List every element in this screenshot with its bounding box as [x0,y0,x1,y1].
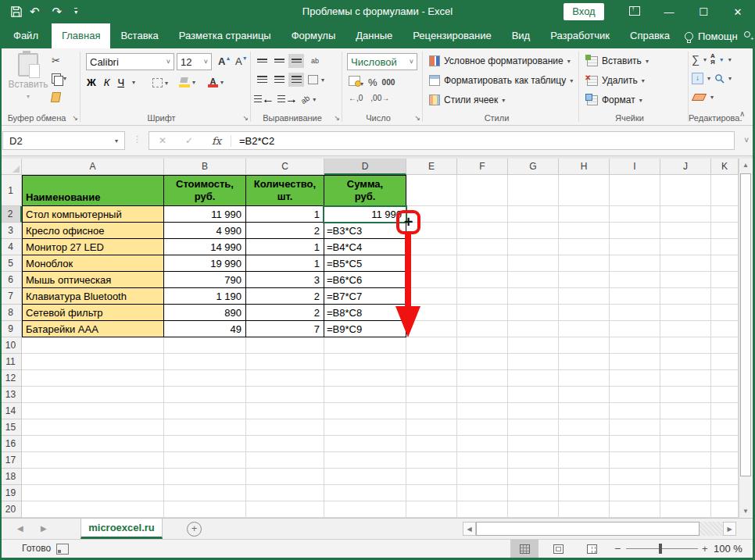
cell-J20[interactable] [660,501,711,518]
cell-C15[interactable] [246,419,324,436]
cell-D13[interactable] [324,387,406,403]
cell-E4[interactable] [406,239,457,255]
cell-I16[interactable] [610,436,660,452]
cell-B20[interactable] [164,501,246,518]
cell-E12[interactable] [406,370,457,387]
sign-in-button[interactable]: Вход [564,3,604,20]
row-header-13[interactable]: 13 [0,387,22,403]
increase-indent-icon[interactable]: → [277,92,298,106]
col-header-C[interactable]: C [246,159,324,175]
prev-sheet-icon[interactable]: ◀ [17,519,23,539]
cell-D12[interactable] [324,370,406,387]
shrink-font-button[interactable]: A▼ [235,55,248,67]
cell-F4[interactable] [457,239,508,255]
collapse-ribbon-icon[interactable]: ∧ [739,109,745,118]
decrease-indent-icon[interactable]: ← [254,92,274,106]
cell-G6[interactable] [508,272,559,288]
close-icon[interactable]: ✕ [721,6,755,18]
row-header-5[interactable]: 5 [0,255,22,272]
cell-A2[interactable]: Стол компьютерный [22,206,164,223]
cell-J13[interactable] [660,387,711,403]
cell-H16[interactable] [559,436,610,452]
cell-G12[interactable] [508,370,559,387]
cell-A4[interactable]: Монитор 27 LED [22,239,164,255]
cut-button[interactable]: ✂ [52,55,60,66]
cell-J9[interactable] [660,321,711,337]
number-format-combo[interactable]: Числовой˅ [347,53,417,70]
conditional-formatting-button[interactable]: Условное форматирование▾ [429,55,571,66]
increase-decimal-icon[interactable]: ←,0 [349,94,363,102]
minimize-icon[interactable]: — [652,6,686,18]
cell-E1[interactable] [406,175,457,206]
cell-I2[interactable] [610,206,660,223]
cell-I11[interactable] [610,354,660,370]
cell-G20[interactable] [508,501,559,518]
col-header-J[interactable]: J [660,159,711,175]
cell-K2[interactable] [711,206,739,223]
col-header-B[interactable]: B [164,159,246,175]
align-left-icon[interactable] [254,73,270,87]
cell-D19[interactable] [324,485,406,501]
cell-I8[interactable] [610,305,660,321]
cell-J15[interactable] [660,419,711,436]
cell-C5[interactable]: 1 [246,255,324,272]
sheet-tab[interactable]: microexcel.ru [81,519,163,539]
cell-D16[interactable] [324,436,406,452]
col-header-D[interactable]: D [324,159,406,175]
cell-F11[interactable] [457,354,508,370]
col-header-H[interactable]: H [559,159,610,175]
cell-H1[interactable] [559,175,610,206]
page-break-view-button[interactable] [578,540,606,558]
cell-D17[interactable] [324,452,406,469]
cell-J11[interactable] [660,354,711,370]
cell-H13[interactable] [559,387,610,403]
cell-G5[interactable] [508,255,559,272]
sort-filter-icon[interactable]: АЯ [710,53,715,66]
decrease-decimal-icon[interactable]: ,00→ [370,94,389,102]
cell-B16[interactable] [164,436,246,452]
row-header-1[interactable]: 1 [0,175,22,206]
cell-F1[interactable] [457,175,508,206]
tab-help[interactable]: Справка [620,23,680,48]
cell-J12[interactable] [660,370,711,387]
cell-A7[interactable]: Клавиатура Bluetooth [22,288,164,305]
row-header-6[interactable]: 6 [0,272,22,288]
cell-H4[interactable] [559,239,610,255]
cell-C9[interactable]: 7 [246,321,324,337]
cell-C3[interactable]: 2 [246,223,324,239]
grow-font-button[interactable]: A▲ [218,55,231,67]
cell-G7[interactable] [508,288,559,305]
row-header-16[interactable]: 16 [0,436,22,452]
cell-J10[interactable] [660,337,711,354]
cell-H15[interactable] [559,419,610,436]
cell-G2[interactable] [508,206,559,223]
name-box-dropdown-icon[interactable]: ▾ [115,137,118,144]
insert-cells-button[interactable]: Вставить▾ [587,55,649,66]
cell-H20[interactable] [559,501,610,518]
cell-C2[interactable]: 1 [246,206,324,223]
cell-E11[interactable] [406,354,457,370]
cell-B8[interactable]: 890 [164,305,246,321]
add-sheet-icon[interactable]: + [187,522,202,537]
delete-cells-button[interactable]: Удалить▾ [587,75,645,86]
cell-F7[interactable] [457,288,508,305]
cell-F14[interactable] [457,403,508,419]
row-header-14[interactable]: 14 [0,403,22,419]
cell-K7[interactable] [711,288,739,305]
align-top-icon[interactable] [254,54,270,68]
row-header-19[interactable]: 19 [0,485,22,501]
tab-developer[interactable]: Разработчик [540,23,620,48]
cell-F8[interactable] [457,305,508,321]
align-right-icon[interactable] [288,73,304,87]
col-header-K[interactable]: K [711,159,739,175]
cell-I10[interactable] [610,337,660,354]
cell-G17[interactable] [508,452,559,469]
cell-H12[interactable] [559,370,610,387]
cell-E14[interactable] [406,403,457,419]
cell-E5[interactable] [406,255,457,272]
cell-H19[interactable] [559,485,610,501]
cell-H7[interactable] [559,288,610,305]
expand-formula-bar-icon[interactable]: ˅ [744,136,749,144]
tab-insert[interactable]: Вставка [110,23,168,48]
cell-F13[interactable] [457,387,508,403]
